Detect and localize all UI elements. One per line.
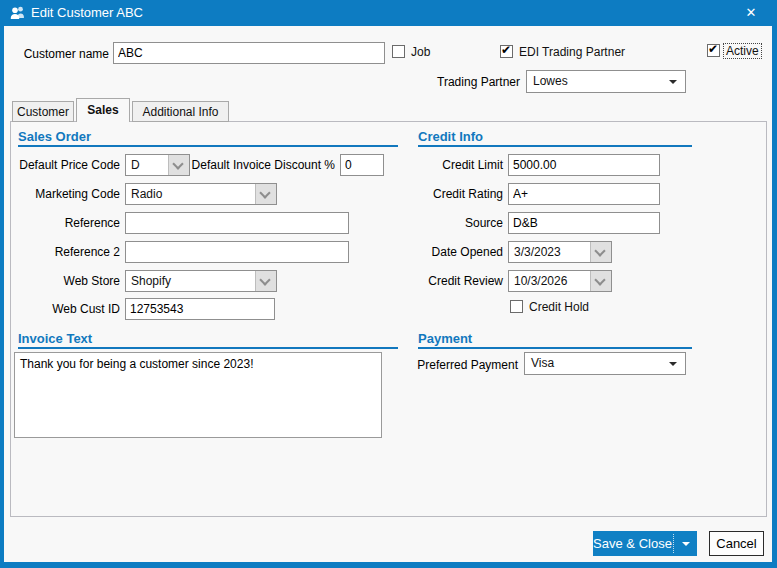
source-label: Source: [390, 216, 503, 230]
credit-rating-input[interactable]: [508, 183, 660, 205]
credit-review-picker[interactable]: 10/3/2026: [508, 270, 612, 292]
credit-hold-label[interactable]: Credit Hold: [529, 300, 589, 314]
marketing-code-combo[interactable]: Radio: [125, 183, 277, 205]
credit-limit-label: Credit Limit: [390, 158, 503, 172]
default-invoice-discount-label: Default Invoice Discount %: [190, 158, 335, 172]
tab-additional-info[interactable]: Additional Info: [132, 101, 229, 122]
web-store-combo[interactable]: Shopify: [125, 270, 277, 292]
customers-icon: [9, 6, 27, 20]
dropdown-arrow-icon: [669, 362, 677, 366]
credit-info-heading: Credit Info: [418, 129, 483, 144]
customer-name-label: Customer name: [14, 47, 109, 61]
window-border-right: [772, 0, 777, 568]
cancel-button[interactable]: Cancel: [709, 531, 764, 556]
trading-partner-value: Lowes: [533, 74, 568, 88]
close-icon[interactable]: ✕: [739, 4, 763, 22]
dropdown-arrow-icon: [669, 80, 677, 84]
chevron-down-icon: [259, 274, 270, 285]
preferred-payment-label: Preferred Payment: [400, 358, 518, 372]
trading-partner-label: Trading Partner: [420, 75, 520, 89]
invoice-text-heading: Invoice Text: [18, 331, 92, 346]
edi-trading-partner-label[interactable]: EDI Trading Partner: [519, 45, 625, 59]
sales-order-divider: [18, 145, 398, 147]
credit-limit-input[interactable]: [508, 154, 660, 176]
sales-tab-page: [10, 121, 767, 517]
web-cust-id-label: Web Cust ID: [14, 302, 120, 316]
save-and-close-label[interactable]: Save & Close: [593, 531, 672, 556]
dropdown-arrow-icon: [682, 542, 690, 546]
credit-hold-checkbox[interactable]: [510, 300, 523, 313]
web-cust-id-input[interactable]: [125, 298, 275, 320]
save-and-close-button[interactable]: Save & Close: [593, 531, 697, 556]
chevron-down-icon: [594, 274, 605, 285]
credit-rating-label: Credit Rating: [390, 187, 503, 201]
invoice-text-divider: [18, 347, 398, 349]
window-border-bottom: [0, 562, 777, 568]
preferred-payment-dropdown[interactable]: Visa: [524, 352, 686, 375]
customer-name-input[interactable]: [113, 42, 385, 64]
source-input[interactable]: [508, 212, 660, 234]
credit-info-divider: [418, 145, 692, 147]
default-invoice-discount-input[interactable]: [340, 154, 384, 176]
reference-label: Reference: [14, 216, 120, 230]
date-opened-picker[interactable]: 3/3/2023: [508, 241, 612, 263]
trading-partner-dropdown[interactable]: Lowes: [526, 70, 686, 93]
edi-trading-partner-checkbox[interactable]: [500, 45, 513, 58]
tab-customer[interactable]: Customer: [12, 101, 74, 122]
save-options-dropdown[interactable]: [673, 534, 697, 553]
default-price-code-label: Default Price Code: [14, 158, 120, 172]
titlebar: Edit Customer ABC ✕: [0, 0, 777, 26]
active-checkbox-label[interactable]: Active: [723, 43, 762, 59]
sales-order-heading: Sales Order: [18, 129, 91, 144]
chevron-down-icon: [172, 158, 183, 169]
job-checkbox[interactable]: [392, 45, 405, 58]
tab-sales[interactable]: Sales: [76, 98, 130, 122]
dialog-title: Edit Customer ABC: [31, 5, 143, 20]
reference2-label: Reference 2: [14, 245, 120, 259]
payment-heading: Payment: [418, 331, 472, 346]
marketing-code-label: Marketing Code: [14, 187, 120, 201]
invoice-text-area[interactable]: Thank you for being a customer since 202…: [14, 352, 382, 438]
default-price-code-combo[interactable]: D: [125, 154, 190, 176]
active-checkbox[interactable]: [707, 44, 720, 57]
reference2-input[interactable]: [125, 241, 349, 263]
chevron-down-icon: [594, 245, 605, 256]
payment-divider: [418, 347, 692, 349]
window-border-left: [0, 0, 4, 568]
date-opened-label: Date Opened: [390, 245, 503, 259]
job-checkbox-label[interactable]: Job: [411, 45, 430, 59]
edit-customer-dialog: Edit Customer ABC ✕ Customer name Job ED…: [0, 0, 777, 568]
web-store-label: Web Store: [14, 274, 120, 288]
chevron-down-icon: [259, 187, 270, 198]
reference-input[interactable]: [125, 212, 349, 234]
credit-review-label: Credit Review: [390, 274, 503, 288]
